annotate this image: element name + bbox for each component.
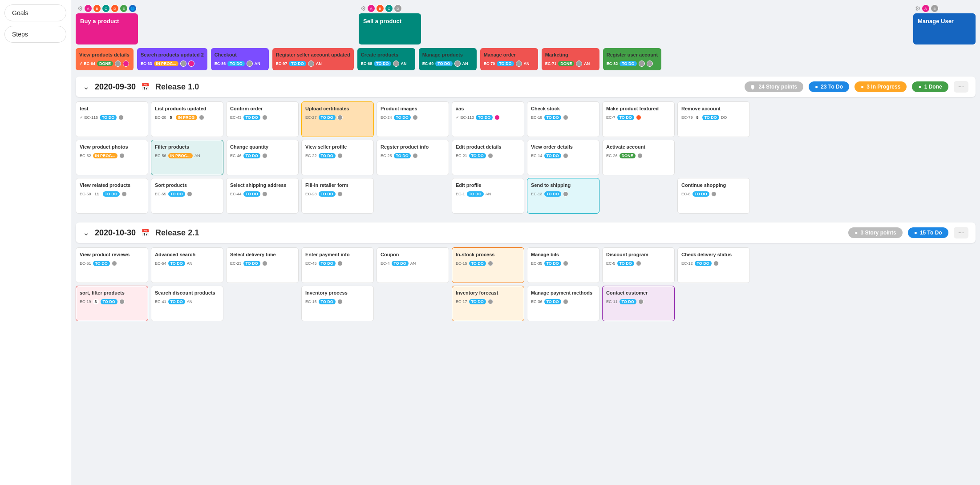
status-badge: TO DO xyxy=(544,261,561,266)
card-id: EC-44 xyxy=(230,192,242,196)
card-id: EC-36 xyxy=(531,299,543,304)
card-id: EC-5 xyxy=(606,261,616,266)
goal-card-buy-product[interactable]: Buy a product xyxy=(76,13,138,44)
story-card-ec11[interactable]: Contact customer EC-11 TO DO xyxy=(602,286,675,321)
story-card-ec26[interactable]: Activate account EC-26 DONE xyxy=(602,140,675,175)
story-card-ec4[interactable]: Coupon EC-4 TO DO AN xyxy=(377,247,449,283)
story-card-ec41[interactable]: Search discount products EC-41 TO DO AN xyxy=(151,286,223,321)
step-card[interactable]: Manage products EC-69 TO DO AN xyxy=(419,48,477,70)
story-card-ec56[interactable]: Filter products EC-56 IN PROG... AN xyxy=(151,140,223,175)
gear-icon: ⚙ xyxy=(915,5,921,12)
story-card-ec8[interactable]: Continue shopping EC-8 TO DO xyxy=(677,178,750,214)
step-card[interactable]: Register user account EC-82 TO DO xyxy=(603,48,662,70)
story-card-ec5[interactable]: Discount program EC-5 TO DO xyxy=(602,247,675,283)
card-id: EC-7 xyxy=(606,115,616,120)
release-2-more-button[interactable]: ··· xyxy=(954,227,968,238)
step-card[interactable]: Manage order EC-70 TO DO AN xyxy=(480,48,538,70)
badge-label: 24 Story points xyxy=(758,84,797,90)
card-id: EC-16 xyxy=(305,299,317,304)
story-card-ec13[interactable]: Send to shipping EC-13 TO DO xyxy=(527,178,599,214)
avatar xyxy=(123,61,129,67)
card-title: Enter payment info xyxy=(305,251,370,258)
story-card-ec51[interactable]: View product reviews EC-51 TO DO xyxy=(76,247,148,283)
card-footer: EC-19 3 TO DO xyxy=(80,299,144,304)
story-card-ec12[interactable]: Check delivery status EC-12 TO DO xyxy=(677,247,750,283)
card-title: Edit product details xyxy=(456,144,520,150)
card-footer: EC-56 IN PROG... AN xyxy=(155,153,219,158)
story-card-ec1[interactable]: Edit profile EC-1 TO DO AN xyxy=(452,178,524,214)
story-card-ec15[interactable]: In-stock process EC-15 TO DO xyxy=(452,247,524,283)
card-id: EC-14 xyxy=(531,154,543,158)
story-card-ec19[interactable]: sort, filter products EC-19 3 TO DO xyxy=(76,286,148,321)
status-badge: TO DO xyxy=(168,261,185,266)
story-card-ec20[interactable]: List products updated EC-20 5 IN PROG xyxy=(151,101,223,137)
story-card-ec35[interactable]: Manage bils EC-35 TO DO xyxy=(527,247,599,283)
avatar xyxy=(121,191,127,197)
story-card-ec14[interactable]: View order details EC-14 TO DO xyxy=(527,140,599,175)
goal-card-sell-product[interactable]: Sell a product xyxy=(359,13,421,44)
status-badge: TO DO xyxy=(695,261,712,266)
step-card[interactable]: View products details ✓ EC-64 DONE xyxy=(76,48,134,70)
status-badge: TO DO xyxy=(702,115,719,120)
goal-card-manage-user[interactable]: Manage User xyxy=(913,13,976,44)
card-id: EC-17 xyxy=(456,299,467,304)
card-id: EC-55 xyxy=(155,192,166,196)
release-1-badge-done: ● 1 Done xyxy=(912,81,948,92)
card-title: Manage bils xyxy=(531,251,595,258)
step-card[interactable]: Checkout EC-86 TO DO AN xyxy=(211,48,269,70)
card-title: Manage payment methods xyxy=(531,290,595,296)
empty-space xyxy=(602,178,675,214)
story-card-ec17[interactable]: Inventory forecast EC-17 TO DO xyxy=(452,286,524,321)
step-card[interactable]: Create products EC-68 TO DO AN xyxy=(357,48,415,70)
card-title: View related products xyxy=(80,182,144,188)
status-badge: DONE xyxy=(620,153,636,158)
card-id: EC-23 xyxy=(230,261,242,266)
step-title: Manage products xyxy=(422,52,473,58)
story-card-ec16[interactable]: Inventory process EC-16 TO DO xyxy=(301,286,374,321)
status-badge: TO DO xyxy=(469,153,486,158)
story-card-ec46[interactable]: Change quantity EC-46 TO DO xyxy=(226,140,299,175)
card-title: sort, filter products xyxy=(80,290,144,296)
goals-button[interactable]: Goals xyxy=(4,4,66,21)
goal-title: Sell a product xyxy=(363,18,401,24)
story-card-ec54[interactable]: Advanced search EC-54 TO DO AN xyxy=(151,247,223,283)
extra-tag: AN xyxy=(187,299,193,304)
release-2-toggle[interactable]: ⌄ xyxy=(83,228,89,238)
story-card-ec27[interactable]: Upload certificates EC-27 TO DO xyxy=(301,101,374,137)
story-card-ec21[interactable]: Edit product details EC-21 TO DO xyxy=(452,140,524,175)
story-card-ec25[interactable]: Regster product info EC-25 TO DO xyxy=(377,140,449,175)
badge-label: 3 In Progress xyxy=(867,84,900,90)
story-card-ec43[interactable]: Confirm order EC-43 TO DO xyxy=(226,101,299,137)
story-card-ec115[interactable]: test ✓ EC-115 TO DO xyxy=(76,101,148,137)
card-title: View order details xyxy=(531,144,595,150)
story-card-ec18[interactable]: Check stock EC-18 TO DO xyxy=(527,101,599,137)
card-footer: EC-50 11 TO DO xyxy=(80,191,144,197)
empty-space xyxy=(226,286,299,321)
extra-tag: AN xyxy=(410,261,416,266)
story-card-ec52[interactable]: View product photos EC-52 IN PROG... xyxy=(76,140,148,175)
story-card-ec55[interactable]: Sort products EC-55 TO DO xyxy=(151,178,223,214)
story-card-ec23[interactable]: Select delivery time EC-23 TO DO xyxy=(226,247,299,283)
card-id: EC-35 xyxy=(531,261,543,266)
step-card[interactable]: Search products updated 2 EC-63 IN PROG.… xyxy=(137,48,207,70)
story-card-ec44[interactable]: Select shipping address EC-44 TO DO xyxy=(226,178,299,214)
story-card-ec24[interactable]: Product images EC-24 TO DO xyxy=(377,101,449,137)
story-card-ec22[interactable]: View seller profile EC-22 TO DO xyxy=(301,140,374,175)
step-card[interactable]: Marketing EC-71 DONE AN xyxy=(542,48,599,70)
steps-button[interactable]: Steps xyxy=(4,26,66,43)
status-badge: TO DO xyxy=(168,191,185,197)
story-card-ec36[interactable]: Manage payment methods EC-36 TO DO xyxy=(527,286,599,321)
story-card-ec113[interactable]: áas ✓ EC-113 TO DO xyxy=(452,101,524,137)
avatar: D xyxy=(394,4,402,12)
status-badge: TO DO xyxy=(620,299,636,304)
story-card-ec28[interactable]: Fill-in retailer form EC-28 TO DO xyxy=(301,178,374,214)
story-card-ec45[interactable]: Enter payment info EC-45 TO DO xyxy=(301,247,374,283)
release-1-more-button[interactable]: ··· xyxy=(954,81,968,93)
card-title: Upload certificates xyxy=(305,105,370,112)
story-card-ec50[interactable]: View related products EC-50 11 TO DO xyxy=(76,178,148,214)
story-card-ec7[interactable]: Make product featured EC-7 TO DO xyxy=(602,101,675,137)
card-id: EC-19 xyxy=(80,299,91,304)
release-1-toggle[interactable]: ⌄ xyxy=(83,82,89,92)
story-card-ec79[interactable]: Remove account EC-79 8 TO DO DO xyxy=(677,101,750,137)
step-card[interactable]: Register seller account updated EC-97 TO… xyxy=(272,48,354,70)
